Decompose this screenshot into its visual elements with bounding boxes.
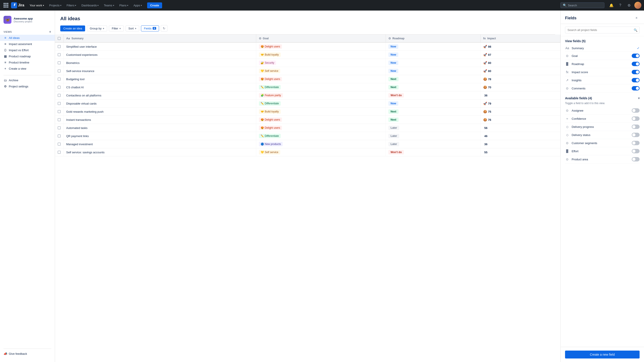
row-roadmap[interactable]: Later bbox=[386, 132, 480, 140]
roadmap-badge[interactable]: Next bbox=[388, 118, 398, 122]
row-goal[interactable]: 😍 Delight users bbox=[256, 75, 386, 83]
row-summary[interactable]: Contactless on all platforms bbox=[64, 91, 256, 100]
assignee-toggle[interactable] bbox=[632, 108, 640, 113]
row-roadmap[interactable]: Now bbox=[386, 100, 480, 108]
row-goal[interactable]: 🧩 Feature parity bbox=[256, 91, 386, 100]
row-roadmap[interactable]: Won't do bbox=[386, 148, 480, 156]
row-summary[interactable]: Disposable virtual cards bbox=[64, 100, 256, 108]
goal-tag[interactable]: ✏️ Differentiate bbox=[259, 101, 281, 106]
roadmap-badge[interactable]: Later bbox=[388, 134, 399, 138]
row-select-checkbox[interactable] bbox=[58, 151, 61, 154]
filter-button[interactable]: Filter + bbox=[109, 25, 124, 31]
roadmap-badge[interactable]: Now bbox=[388, 44, 398, 49]
fields-search-input[interactable] bbox=[565, 26, 640, 33]
row-goal[interactable]: 💛 Self service bbox=[256, 148, 386, 156]
user-avatar[interactable] bbox=[634, 2, 641, 9]
row-select-checkbox[interactable] bbox=[58, 110, 61, 113]
nav-plans[interactable]: Plans ▾ bbox=[118, 3, 130, 8]
row-select-checkbox[interactable] bbox=[58, 94, 61, 97]
group-by-button[interactable]: Group by + bbox=[87, 25, 107, 31]
apps-grid-button[interactable] bbox=[3, 2, 9, 8]
row-select-checkbox[interactable] bbox=[58, 78, 61, 81]
goal-tag[interactable]: 💛 Self service bbox=[259, 69, 280, 73]
sidebar-item-all-ideas[interactable]: ≡ All ideas bbox=[0, 35, 55, 41]
settings-button[interactable]: ⚙ bbox=[626, 2, 632, 9]
row-goal[interactable]: 🔵 New products bbox=[256, 140, 386, 148]
roadmap-badge[interactable]: Now bbox=[388, 69, 398, 73]
row-summary[interactable]: Customised experiences bbox=[64, 51, 256, 59]
row-select-checkbox[interactable] bbox=[58, 134, 61, 138]
row-roadmap[interactable]: Now bbox=[386, 59, 480, 67]
goal-tag[interactable]: 🧩 Feature parity bbox=[259, 93, 283, 98]
roadmap-badge[interactable]: Now bbox=[388, 61, 398, 65]
row-goal[interactable]: 🤝 Build loyalty bbox=[256, 108, 386, 116]
row-summary[interactable]: Managed investment bbox=[64, 140, 256, 148]
row-roadmap[interactable]: Later bbox=[386, 140, 480, 148]
row-select-checkbox[interactable] bbox=[58, 118, 61, 121]
jira-logo[interactable]: Jira bbox=[11, 2, 24, 8]
row-select-checkbox[interactable] bbox=[58, 45, 61, 48]
sidebar-item-give-feedback[interactable]: 📣 Give feedback bbox=[0, 351, 55, 357]
global-search[interactable]: 🔍 bbox=[560, 2, 604, 8]
goal-tag[interactable]: 💛 Self service bbox=[259, 150, 280, 155]
nav-teams[interactable]: Teams ▾ bbox=[102, 3, 116, 8]
row-goal[interactable]: 🤝 Build loyalty bbox=[256, 51, 386, 59]
sync-button[interactable]: ↻ bbox=[161, 25, 168, 32]
goal-tag[interactable]: ✏️ Differentiate bbox=[259, 134, 281, 138]
roadmap-badge[interactable]: Later bbox=[388, 126, 399, 130]
row-summary[interactable]: Self service: savings accounts bbox=[64, 148, 256, 156]
select-all-checkbox[interactable] bbox=[58, 37, 61, 40]
confidence-toggle[interactable] bbox=[632, 116, 640, 121]
row-summary[interactable]: Budgeting tool bbox=[64, 75, 256, 83]
goal-tag[interactable]: 😍 Delight users bbox=[259, 44, 282, 49]
row-summary[interactable]: CS chatbot AI bbox=[64, 83, 256, 91]
goal-tag[interactable]: 😍 Delight users bbox=[259, 126, 282, 130]
roadmap-badge[interactable]: Next bbox=[388, 77, 398, 81]
row-goal[interactable]: ✏️ Differentiate bbox=[256, 132, 386, 140]
row-roadmap[interactable]: Now bbox=[386, 51, 480, 59]
row-select-checkbox[interactable] bbox=[58, 61, 61, 64]
row-roadmap[interactable]: Next bbox=[386, 83, 480, 91]
row-goal[interactable]: 😍 Delight users bbox=[256, 116, 386, 124]
row-select-checkbox[interactable] bbox=[58, 86, 61, 89]
notifications-button[interactable]: 🔔 bbox=[608, 2, 615, 9]
fields-button[interactable]: Fields 6 bbox=[141, 25, 159, 31]
row-goal[interactable]: 🔐 Security bbox=[256, 59, 386, 67]
impact-toggle[interactable] bbox=[632, 70, 640, 74]
create-button[interactable]: Create bbox=[147, 2, 162, 8]
row-roadmap[interactable]: Now bbox=[386, 67, 480, 75]
row-select-checkbox[interactable] bbox=[58, 126, 61, 129]
goal-tag[interactable]: ✏️ Differentiate bbox=[259, 85, 281, 89]
row-roadmap[interactable]: Later bbox=[386, 124, 480, 132]
row-summary[interactable]: Instant transactions bbox=[64, 116, 256, 124]
goal-toggle[interactable] bbox=[632, 54, 640, 58]
roadmap-badge[interactable]: Next bbox=[388, 85, 398, 89]
row-select-checkbox[interactable] bbox=[58, 143, 61, 146]
goal-tag[interactable]: 🤝 Build loyalty bbox=[259, 109, 281, 114]
row-roadmap[interactable]: Next bbox=[386, 75, 480, 83]
row-roadmap[interactable]: Next bbox=[386, 116, 480, 124]
roadmap-toggle[interactable] bbox=[632, 62, 640, 66]
effort-toggle[interactable] bbox=[632, 149, 640, 153]
sidebar-item-impact-vs-effort[interactable]: ⟨⟩ Impact vs Effort bbox=[0, 47, 55, 53]
roadmap-badge[interactable]: Next bbox=[388, 109, 398, 114]
fields-panel-close-button[interactable]: × bbox=[634, 15, 640, 21]
nav-projects[interactable]: Projects ▾ bbox=[48, 3, 63, 8]
nav-your-work[interactable]: Your work ▾ bbox=[28, 3, 46, 8]
sidebar-item-impact-assessment[interactable]: ≡ Impact assesment bbox=[0, 41, 55, 47]
row-goal[interactable]: 💛 Self service bbox=[256, 67, 386, 75]
sidebar-item-project-settings[interactable]: ⚙ Project settings bbox=[0, 83, 55, 89]
available-fields-chevron[interactable]: ▾ bbox=[638, 96, 640, 100]
goal-tag[interactable]: 😍 Delight users bbox=[259, 118, 282, 122]
search-input[interactable] bbox=[568, 4, 599, 7]
insights-toggle[interactable] bbox=[632, 78, 640, 82]
sidebar-item-archive[interactable]: 🗂 Archive bbox=[0, 77, 55, 83]
comments-toggle[interactable] bbox=[632, 86, 640, 90]
row-select-checkbox[interactable] bbox=[58, 102, 61, 105]
delivery-progress-toggle[interactable] bbox=[632, 125, 640, 129]
create-new-field-button[interactable]: Create a new field bbox=[565, 351, 640, 359]
delivery-status-toggle[interactable] bbox=[632, 133, 640, 137]
row-summary[interactable]: Biometrics bbox=[64, 59, 256, 67]
product-area-toggle[interactable] bbox=[632, 157, 640, 162]
sidebar-item-create-view[interactable]: + Create a view bbox=[0, 65, 55, 72]
